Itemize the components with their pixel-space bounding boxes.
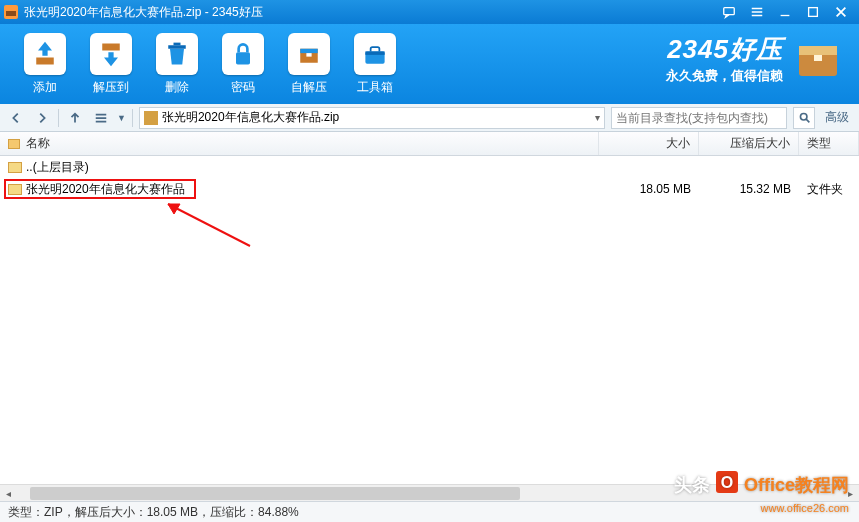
svg-marker-17 xyxy=(168,204,180,214)
navbar: ▼ 张光明2020年信息化大赛作品.zip ▾ 高级 xyxy=(0,104,859,132)
svg-rect-14 xyxy=(814,55,822,61)
extract-icon xyxy=(90,33,132,75)
svg-rect-4 xyxy=(168,45,186,49)
brand-name: 2345好压 xyxy=(666,32,783,67)
svg-text:O: O xyxy=(721,474,733,491)
status-text: 类型：ZIP，解压后大小：18.05 MB，压缩比：84.88% xyxy=(8,504,299,521)
path-box[interactable]: 张光明2020年信息化大赛作品.zip ▾ xyxy=(139,107,605,129)
svg-rect-5 xyxy=(174,42,181,45)
folder-icon xyxy=(8,184,22,195)
maximize-button[interactable] xyxy=(799,2,827,22)
add-icon xyxy=(24,33,66,75)
main-toolbar: 添加 解压到 删除 密码 自解压 工具箱 2345好压 永久免费，值得信赖 xyxy=(0,24,859,104)
scroll-left-button[interactable]: ◂ xyxy=(0,485,17,502)
folder-icon xyxy=(8,162,22,173)
column-headers: 名称 大小 压缩后大小 类型 xyxy=(0,132,859,156)
svg-rect-6 xyxy=(236,52,250,64)
sfx-icon xyxy=(288,33,330,75)
svg-rect-11 xyxy=(365,51,384,55)
forward-button[interactable] xyxy=(32,108,52,128)
lock-icon xyxy=(222,33,264,75)
scroll-thumb[interactable] xyxy=(30,487,520,500)
up-button[interactable] xyxy=(65,108,85,128)
path-text: 张光明2020年信息化大赛作品.zip xyxy=(162,109,339,126)
separator xyxy=(58,109,59,127)
svg-rect-0 xyxy=(724,8,735,15)
tools-button[interactable]: 工具箱 xyxy=(342,33,408,96)
col-name[interactable]: 名称 xyxy=(0,132,599,155)
advanced-link[interactable]: 高级 xyxy=(821,109,853,126)
status-bar: 类型：ZIP，解压后大小：18.05 MB，压缩比：84.88% xyxy=(0,501,859,522)
menu-icon[interactable] xyxy=(743,2,771,22)
folder-header-icon xyxy=(8,139,20,149)
file-list: ..(上层目录) 张光明2020年信息化大赛作品 18.05 MB 15.32 … xyxy=(0,156,859,484)
extract-button[interactable]: 解压到 xyxy=(78,33,144,96)
trash-icon xyxy=(156,33,198,75)
feedback-icon[interactable] xyxy=(715,2,743,22)
password-button[interactable]: 密码 xyxy=(210,33,276,96)
svg-line-16 xyxy=(168,204,250,246)
minimize-button[interactable] xyxy=(771,2,799,22)
col-type[interactable]: 类型 xyxy=(799,132,859,155)
window-controls xyxy=(715,2,855,22)
close-button[interactable] xyxy=(827,2,855,22)
path-dropdown-icon[interactable]: ▾ xyxy=(595,112,600,123)
annotation-arrow xyxy=(150,196,260,259)
search-input[interactable] xyxy=(616,111,782,125)
watermark: 头条 O Office教程网 www.office26.com xyxy=(674,469,849,500)
back-button[interactable] xyxy=(6,108,26,128)
sfx-button[interactable]: 自解压 xyxy=(276,33,342,96)
app-icon xyxy=(4,5,18,19)
titlebar: 张光明2020年信息化大赛作品.zip - 2345好压 xyxy=(0,0,859,24)
col-size[interactable]: 大小 xyxy=(599,132,699,155)
toolbox-icon xyxy=(354,33,396,75)
search-box[interactable] xyxy=(611,107,787,129)
list-item-folder[interactable]: 张光明2020年信息化大赛作品 18.05 MB 15.32 MB 文件夹 xyxy=(0,178,859,200)
col-compressed[interactable]: 压缩后大小 xyxy=(699,132,799,155)
svg-rect-8 xyxy=(300,48,318,52)
svg-point-15 xyxy=(800,113,807,120)
svg-rect-1 xyxy=(809,8,818,17)
window-title: 张光明2020年信息化大赛作品.zip - 2345好压 xyxy=(24,4,715,21)
list-item-up[interactable]: ..(上层目录) xyxy=(0,156,859,178)
svg-rect-13 xyxy=(799,46,837,55)
brand-box-icon xyxy=(793,32,843,85)
search-button[interactable] xyxy=(793,107,815,129)
office-icon: O xyxy=(714,469,740,500)
brand-area: 2345好压 永久免费，值得信赖 xyxy=(666,32,843,85)
add-button[interactable]: 添加 xyxy=(12,33,78,96)
svg-rect-2 xyxy=(36,57,54,64)
separator xyxy=(132,109,133,127)
view-button[interactable] xyxy=(91,108,111,128)
delete-button[interactable]: 删除 xyxy=(144,33,210,96)
svg-rect-9 xyxy=(306,53,311,57)
svg-rect-3 xyxy=(102,43,120,50)
brand-slogan: 永久免费，值得信赖 xyxy=(666,67,783,85)
dropdown-icon[interactable]: ▼ xyxy=(117,113,126,123)
zip-icon xyxy=(144,111,158,125)
